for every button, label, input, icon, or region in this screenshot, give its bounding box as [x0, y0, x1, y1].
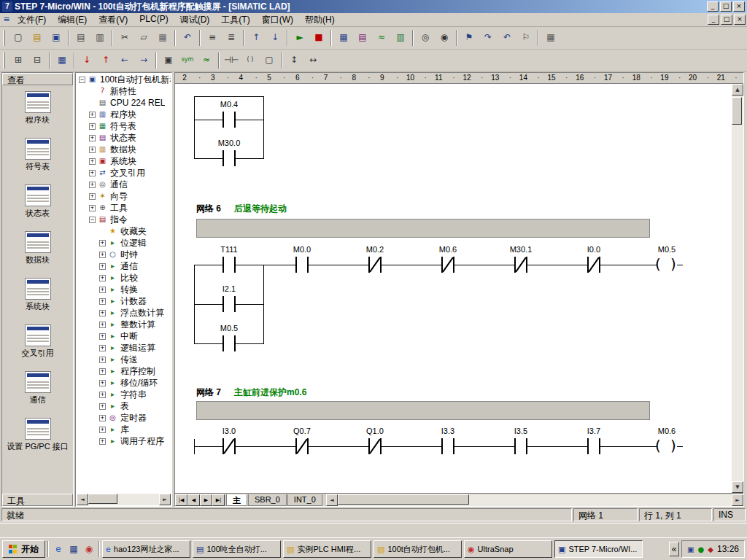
step7-app-icon[interactable]: 7 — [2, 1, 12, 12]
print-preview-button[interactable]: ▥ — [91, 30, 109, 46]
expand-plus-icon[interactable]: + — [99, 345, 106, 351]
viewbar-item-system-block[interactable]: 系统块 — [2, 272, 73, 319]
expand-plus-icon[interactable]: + — [89, 147, 96, 153]
symbol-grid-button[interactable]: ▦ — [542, 30, 560, 46]
insert-row-up-button[interactable]: ↑ — [97, 52, 115, 69]
expand-plus-icon[interactable]: + — [99, 252, 106, 258]
collapse-minus-icon[interactable]: − — [89, 217, 96, 223]
editor-hscroll-right[interactable]: ► — [732, 494, 743, 506]
expand-plus-icon[interactable]: + — [89, 170, 96, 176]
insert-horizontal-button[interactable]: ↔ — [304, 52, 322, 69]
ladder-contact-I2.1[interactable]: I2.1 — [204, 282, 255, 315]
expand-plus-icon[interactable]: + — [99, 403, 106, 410]
undo-button[interactable]: ↶ — [179, 30, 196, 46]
cut-button[interactable]: ✂ — [116, 30, 133, 46]
editor-vscroll-up[interactable]: ▲ — [732, 84, 743, 96]
tree-hscroll-track[interactable] — [88, 494, 159, 505]
tray-network-icon[interactable]: ▣ — [687, 545, 694, 553]
close-button[interactable]: × — [733, 1, 745, 12]
expand-plus-icon[interactable]: + — [89, 135, 96, 141]
ladder-contact-M30.1[interactable]: M30.1 — [495, 243, 546, 276]
expand-plus-icon[interactable]: + — [99, 275, 106, 281]
tree-item-integer-math[interactable]: +▸整数计算 — [77, 319, 171, 330]
mdi-restore-button[interactable]: □ — [721, 15, 732, 25]
tray-chevron-button[interactable]: « — [669, 542, 679, 556]
tree-item-comm-instructions[interactable]: +▸通信 — [77, 260, 171, 272]
tab-scroll-button-1[interactable]: ◀ — [187, 494, 200, 506]
run-button[interactable]: ► — [291, 30, 309, 46]
tree-item-table[interactable]: +▸表 — [77, 400, 171, 412]
tab-scroll-button-3[interactable]: ▶| — [212, 494, 225, 506]
show-desktop-icon[interactable]: ▦ — [66, 542, 81, 556]
ladder-contact-M0.6[interactable]: M0.6 — [422, 243, 473, 276]
menu-window[interactable]: 窗口(W) — [256, 12, 299, 28]
tree-item-favorites[interactable]: ★收藏夹 — [77, 225, 171, 237]
copy-button[interactable]: ▱ — [135, 30, 152, 46]
tree-item-cpu[interactable]: ▤CPU 224 REL — [77, 97, 171, 109]
tree-hscroll-right[interactable]: ► — [159, 494, 171, 505]
tree-item-program-control[interactable]: +▸程序控制 — [77, 365, 171, 377]
new-button[interactable]: ▢ — [9, 30, 27, 46]
tree-item-program-block[interactable]: +▥程序块 — [77, 109, 171, 120]
ladder-contact-T111[interactable]: T111 — [204, 243, 255, 276]
paste-button[interactable]: ▦ — [154, 30, 171, 46]
symbol-info-button[interactable]: sym — [179, 52, 196, 69]
delete-network-button[interactable]: ⊟ — [28, 52, 46, 69]
open-button[interactable]: ▤ — [28, 30, 46, 46]
menu-tools[interactable]: 工具(T) — [215, 12, 255, 28]
status-table-button[interactable]: ▥ — [392, 30, 409, 46]
ladder-contact-I3.7[interactable]: I3.7 — [568, 424, 619, 457]
tree-item-counter[interactable]: +▸计数器 — [77, 295, 171, 307]
viewbar-item-symbol-table[interactable]: 符号表 — [2, 132, 73, 179]
tree-item-project[interactable]: −▣100t自动打包机新程序配触摸屏 — [77, 74, 171, 85]
tree-item-bit-logic[interactable]: +▸位逻辑 — [77, 237, 171, 249]
expand-plus-icon[interactable]: + — [89, 182, 96, 188]
editor-vscroll-thumb[interactable] — [732, 97, 742, 125]
chart-status-button[interactable]: ▤ — [354, 30, 371, 46]
expand-plus-icon[interactable]: + — [89, 193, 96, 200]
editor-vscroll-down[interactable]: ▼ — [732, 481, 743, 493]
insert-row-down-button[interactable]: ↓ — [78, 52, 96, 69]
tree-item-clock[interactable]: +○时钟 — [77, 249, 171, 260]
expand-plus-icon[interactable]: + — [89, 123, 96, 130]
internet-explorer-icon[interactable]: e — [51, 542, 66, 556]
tree-item-communication[interactable]: +◎通信 — [77, 179, 171, 190]
task-plc-hmi-folder[interactable]: ▧实例PLC HMI程... — [283, 540, 371, 558]
download-button[interactable]: ↓ — [266, 30, 284, 46]
ladder-contact-M30.0[interactable]: M30.0 — [204, 136, 255, 169]
mdi-minimize-button[interactable]: _ — [708, 15, 719, 25]
viewbar-item-data-block[interactable]: 数据块 — [2, 225, 73, 272]
tree-item-shift-rotate[interactable]: +▸移位/循环 — [77, 377, 171, 389]
editor-hscroll-left[interactable]: ◄ — [326, 494, 338, 506]
menu-help[interactable]: 帮助(H) — [299, 12, 341, 28]
task-step7[interactable]: ▣STEP 7-Micro/WI... — [554, 540, 643, 558]
clear-bookmarks-button[interactable]: ⚐ — [517, 30, 535, 46]
insert-box-button[interactable]: ▢ — [260, 52, 278, 69]
network-comment-box[interactable] — [196, 401, 650, 420]
tree-item-status-chart[interactable]: +▤状态表 — [77, 132, 171, 144]
ladder-contact-I3.0[interactable]: I3.0 — [204, 424, 255, 457]
tree-item-library[interactable]: +▸库 — [77, 424, 171, 435]
expand-plus-icon[interactable]: + — [99, 333, 106, 340]
expand-plus-icon[interactable]: + — [99, 392, 106, 398]
collapse-minus-icon[interactable]: − — [79, 77, 85, 83]
expand-plus-icon[interactable]: + — [99, 427, 106, 433]
editor-hscroll-track[interactable] — [338, 494, 732, 506]
tree-item-timer[interactable]: +◎定时器 — [77, 412, 171, 424]
ladder-contact-M0.2[interactable]: M0.2 — [349, 243, 400, 276]
mdi-close-button[interactable]: × — [734, 15, 746, 25]
viewbar-item-communication[interactable]: 通信 — [2, 365, 73, 412]
menu-plc[interactable]: PLC(P) — [133, 12, 174, 28]
insert-column-left-button[interactable]: ← — [116, 52, 133, 69]
tree-item-move[interactable]: +▸传送 — [77, 354, 171, 365]
insert-vertical-button[interactable]: ↕ — [285, 52, 303, 69]
tab-scroll-button-2[interactable]: ▶ — [200, 494, 212, 506]
viewbar-item-program-block[interactable]: 程序块 — [2, 85, 73, 132]
tree-item-convert[interactable]: +▸转换 — [77, 284, 171, 295]
ladder-contact-Q0.7[interactable]: Q0.7 — [276, 424, 328, 457]
insert-coil-button[interactable]: ( ) — [241, 52, 259, 69]
ladder-contact-I0.0[interactable]: I0.0 — [568, 243, 619, 276]
compile-all-button[interactable]: ≣ — [222, 30, 240, 46]
menu-edit[interactable]: 编辑(E) — [52, 12, 93, 28]
expand-plus-icon[interactable]: + — [99, 357, 106, 363]
